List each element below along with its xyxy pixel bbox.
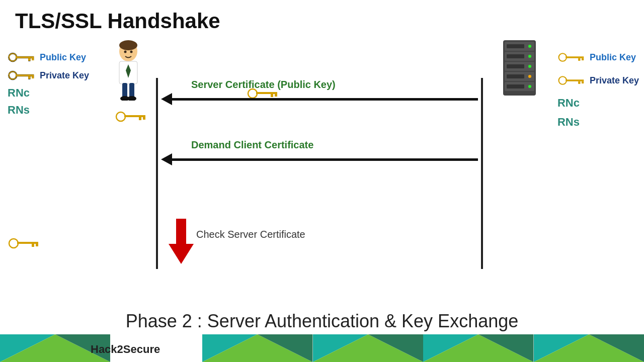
svg-rect-49	[507, 84, 524, 88]
svg-point-58	[559, 76, 567, 84]
bottom-key-icon	[8, 236, 43, 250]
arrow1-head	[161, 93, 172, 105]
arrow2-container	[161, 153, 478, 165]
svg-rect-48	[507, 74, 524, 78]
svg-rect-7	[32, 58, 34, 60]
arrow1-shaft	[172, 98, 478, 101]
svg-rect-33	[143, 117, 145, 120]
svg-rect-31	[124, 115, 145, 117]
svg-rect-13	[16, 74, 34, 76]
right-private-key-row: Private Key	[557, 73, 639, 87]
bottom-seg-5	[534, 334, 644, 362]
server-cert-arrow-row: Server Certificate (Public Key)	[161, 93, 478, 105]
svg-rect-17	[17, 242, 38, 244]
arrow2-shaft	[172, 158, 478, 161]
svg-point-42	[528, 65, 531, 68]
svg-rect-56	[578, 58, 580, 61]
left-panel: Public Key Private Key RNc RNs	[8, 50, 89, 117]
server-vertical-line	[481, 78, 483, 269]
right-rnc-label: RNc	[557, 97, 580, 110]
svg-point-43	[528, 75, 531, 78]
svg-rect-60	[578, 81, 580, 84]
svg-rect-61	[582, 81, 584, 83]
svg-point-4	[9, 53, 17, 61]
left-bottom-key	[8, 236, 43, 252]
down-arrow	[171, 219, 191, 264]
left-rnc-label: RNc	[8, 86, 89, 100]
svg-point-28	[124, 51, 127, 53]
demand-cert-label: Demand Client Certificate	[191, 139, 313, 151]
svg-rect-59	[566, 79, 584, 81]
bottom-seg-3	[313, 334, 423, 362]
svg-rect-14	[28, 76, 30, 79]
diagram-area: Server Certificate (Public Key) Demand C…	[156, 78, 483, 269]
arrow2-head	[161, 153, 172, 165]
svg-rect-19	[36, 244, 38, 246]
svg-point-40	[528, 45, 531, 48]
svg-rect-15	[32, 76, 34, 78]
left-public-key-label: Public Key	[40, 52, 86, 63]
svg-rect-47	[507, 64, 524, 68]
right-private-key-label: Private Key	[590, 75, 639, 86]
svg-rect-6	[28, 58, 30, 61]
down-arrow-shaft	[176, 219, 186, 244]
left-public-key-row: Public Key	[8, 50, 89, 64]
right-rns-label: RNs	[557, 116, 580, 129]
server-icon	[501, 38, 538, 96]
right-public-key-label: Public Key	[590, 52, 636, 63]
right-panel: Public Key Private Key RNc RNs	[557, 50, 639, 129]
left-private-key-label: Private Key	[40, 70, 89, 81]
bottom-pattern-4	[423, 334, 533, 362]
bottom-pattern-2	[202, 334, 312, 362]
brand-label: Hack2Secure	[91, 343, 160, 356]
arrow1-container	[161, 93, 478, 105]
client-vertical-line	[156, 78, 158, 269]
svg-point-12	[9, 71, 17, 79]
svg-point-27	[127, 96, 136, 101]
phase-label: Phase 2 : Server Authentication & Key Ex…	[0, 311, 644, 332]
svg-rect-55	[566, 56, 584, 58]
svg-point-44	[528, 85, 531, 88]
down-arrow-head	[169, 244, 194, 264]
demand-cert-arrow-row: Demand Client Certificate	[161, 153, 478, 165]
bottom-pattern-3	[313, 334, 423, 362]
bottom-pattern-5	[534, 334, 644, 362]
bottom-seg-2	[202, 334, 312, 362]
svg-rect-24	[122, 83, 127, 98]
svg-point-21	[119, 40, 137, 50]
client-figure	[108, 40, 148, 103]
server-cert-label: Server Certificate (Public Key)	[191, 79, 336, 90]
svg-rect-5	[16, 56, 34, 58]
svg-point-54	[559, 53, 567, 61]
left-private-key-row: Private Key	[8, 68, 89, 82]
private-key-icon-right	[557, 73, 588, 87]
server-figure	[501, 38, 536, 98]
svg-point-30	[116, 112, 125, 121]
bottom-seg-4	[423, 334, 533, 362]
check-server-label: Check Server Certificate	[196, 229, 305, 240]
right-public-key-row: Public Key	[557, 50, 636, 64]
client-small-key	[115, 110, 150, 124]
page-title: TLS/SSL Handshake	[15, 9, 220, 33]
svg-point-29	[130, 51, 133, 53]
svg-point-41	[528, 55, 531, 58]
svg-rect-18	[32, 244, 34, 247]
svg-point-16	[9, 239, 18, 248]
client-person-icon	[108, 40, 148, 101]
svg-rect-45	[507, 44, 524, 48]
client-key-icon	[115, 110, 150, 124]
private-key-icon-left	[8, 68, 38, 82]
public-key-icon-right	[557, 50, 588, 64]
left-rns-label: RNs	[8, 104, 89, 117]
public-key-icon-left	[8, 50, 38, 64]
svg-rect-25	[129, 83, 134, 98]
svg-rect-46	[507, 54, 524, 58]
svg-rect-32	[139, 117, 141, 120]
bottom-bar: Hack2Secure	[0, 334, 644, 362]
svg-rect-57	[582, 58, 584, 60]
